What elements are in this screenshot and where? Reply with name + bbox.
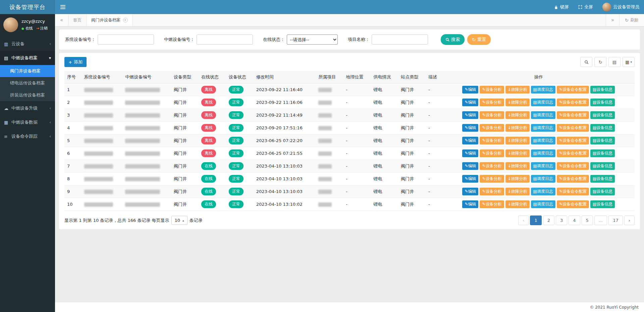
page-button[interactable]: 5 [582,215,593,225]
device-info-button[interactable]: ▤设备信息 [590,188,615,195]
device-command-config-button[interactable]: ✎设备命令配置 [557,200,589,208]
device-command-config-button[interactable]: ✎设备命令配置 [557,111,589,119]
edit-button[interactable]: ✎编辑 [462,149,478,157]
dispatch-log-button[interactable]: ▤调度日志 [531,188,555,195]
gas-device-no-input[interactable] [197,35,253,45]
device-command-config-button[interactable]: ✎设备命令配置 [557,86,589,93]
sidebar-item-lithium-remote-archive[interactable]: 锂电远传设备档案 [0,77,55,89]
sidebar-item-cloud-device[interactable]: ▥ 云设备 ‹ [0,37,55,51]
device-analysis-button[interactable]: ✎设备分析 [480,99,504,106]
search-button[interactable]: 搜索 [441,34,465,45]
page-button[interactable]: 3 [556,215,567,225]
fault-analysis-button[interactable]: ↓故障分析 [505,124,530,132]
device-info-button[interactable]: ▤设备信息 [590,99,615,106]
device-analysis-button[interactable]: ✎设备分析 [480,137,504,144]
device-analysis-button[interactable]: ✎设备分析 [480,188,504,195]
edit-button[interactable]: ✎编辑 [462,162,478,170]
device-info-button[interactable]: ▤设备信息 [590,124,615,132]
edit-button[interactable]: ✎编辑 [462,86,478,93]
device-analysis-button[interactable]: ✎设备分析 [480,124,504,132]
prev-page-button[interactable]: ‹ [518,215,529,225]
online-status-select[interactable]: --请选择-- [287,35,338,45]
dispatch-log-button[interactable]: ▤调度日志 [531,124,555,132]
toggle-search-button[interactable] [580,57,592,67]
edit-button[interactable]: ✎编辑 [462,99,478,106]
sidebar-item-gas-device-archive[interactable]: ▤ 中燃设备档案 ▾ [0,51,55,65]
tab-valve-well-archive[interactable]: 阀门井设备档案 × [87,14,133,26]
device-command-config-button[interactable]: ✎设备命令配置 [557,149,589,157]
edit-button[interactable]: ✎编辑 [462,188,478,195]
tab-close-icon[interactable]: × [123,18,128,22]
device-analysis-button[interactable]: ✎设备分析 [480,162,504,170]
device-info-button[interactable]: ▤设备信息 [590,111,615,119]
device-command-config-button[interactable]: ✎设备命令配置 [557,175,589,183]
project-name-input[interactable] [372,35,428,45]
tabs-scroll-left-button[interactable]: « [55,14,68,26]
sidebar-item-device-data[interactable]: ▦ 中燃设备数据 ‹ [0,115,55,129]
device-command-config-button[interactable]: ✎设备命令配置 [557,162,589,170]
device-analysis-button[interactable]: ✎设备分析 [480,175,504,183]
sidebar-item-valve-well-archive[interactable]: 阀门井设备档案 [0,65,55,77]
device-analysis-button[interactable]: ✎设备分析 [480,86,504,93]
fault-analysis-button[interactable]: ↓故障分析 [505,111,530,119]
device-command-config-button[interactable]: ✎设备命令配置 [557,124,589,132]
page-button[interactable]: ... [594,215,607,225]
fault-analysis-button[interactable]: ↓故障分析 [505,175,530,183]
sys-device-no-input[interactable] [98,35,154,45]
device-info-button[interactable]: ▤设备信息 [590,86,615,93]
dispatch-log-button[interactable]: ▤调度日志 [531,149,555,157]
device-info-button[interactable]: ▤设备信息 [590,137,615,144]
edit-button[interactable]: ✎编辑 [462,124,478,132]
device-command-config-button[interactable]: ✎设备命令配置 [557,137,589,144]
fault-analysis-button[interactable]: ↓故障分析 [505,188,530,195]
page-button[interactable]: 4 [569,215,580,225]
device-info-button[interactable]: ▤设备信息 [590,175,615,183]
edit-button[interactable]: ✎编辑 [462,175,478,183]
tab-home[interactable]: 首页 [68,14,87,26]
next-page-button[interactable]: › [624,215,635,225]
fault-analysis-button[interactable]: ↓故障分析 [505,86,530,93]
edit-button[interactable]: ✎编辑 [462,200,478,208]
device-info-button[interactable]: ▤设备信息 [590,200,615,208]
page-button[interactable]: 2 [543,215,554,225]
tab-refresh-button[interactable]: ↻ 刷新 [619,14,644,26]
tabs-scroll-right-button[interactable]: » [606,14,619,26]
fault-analysis-button[interactable]: ↓故障分析 [505,162,530,170]
device-analysis-button[interactable]: ✎设备分析 [480,111,504,119]
fault-analysis-button[interactable]: ↓故障分析 [505,200,530,208]
dispatch-log-button[interactable]: ▤调度日志 [531,175,555,183]
lock-screen-button[interactable]: 锁屏 [549,0,574,14]
device-analysis-button[interactable]: ✎设备分析 [480,149,504,157]
edit-button[interactable]: ✎编辑 [462,111,478,119]
fullscreen-button[interactable]: 全屏 [574,0,598,14]
fault-analysis-button[interactable]: ↓故障分析 [505,137,530,144]
fault-analysis-button[interactable]: ↓故障分析 [505,149,530,157]
sidebar-item-assembled-remote-archive[interactable]: 拼装远传设备档案 [0,89,55,101]
toggle-view-button[interactable]: ▤ [608,57,621,67]
reset-button[interactable]: ↻ 重置 [467,34,491,45]
device-command-config-button[interactable]: ✎设备命令配置 [557,188,589,195]
logout-link[interactable]: → 注销 [36,26,48,31]
dispatch-log-button[interactable]: ▤调度日志 [531,99,555,106]
sidebar-item-device-upgrade[interactable]: ☁ 中燃设备升级 ‹ [0,101,55,115]
page-button[interactable]: 17 [608,215,623,225]
device-info-button[interactable]: ▤设备信息 [590,162,615,170]
device-command-config-button[interactable]: ✎设备命令配置 [557,99,589,106]
sidebar-toggle-button[interactable] [55,0,70,14]
dispatch-log-button[interactable]: ▤调度日志 [531,111,555,119]
device-info-button[interactable]: ▤设备信息 [590,149,615,157]
dispatch-log-button[interactable]: ▤调度日志 [531,162,555,170]
sidebar-item-command-tracking[interactable]: ≡ 设备命令跟踪 ‹ [0,129,55,143]
fault-analysis-button[interactable]: ↓故障分析 [505,99,530,106]
page-size-dropdown[interactable]: 10 ▴ [171,216,187,225]
edit-button[interactable]: ✎编辑 [462,137,478,144]
device-analysis-button[interactable]: ✎设备分析 [480,200,504,208]
refresh-table-button[interactable]: ↻ [594,57,606,67]
dispatch-log-button[interactable]: ▤调度日志 [531,86,555,93]
dispatch-log-button[interactable]: ▤调度日志 [531,137,555,144]
add-button[interactable]: + 添加 [64,57,87,67]
dispatch-log-button[interactable]: ▤调度日志 [531,200,555,208]
page-button[interactable]: 1 [530,215,541,225]
user-menu-button[interactable]: 云设备管理员 [598,0,644,14]
columns-dropdown-button[interactable]: ▦▾ [623,57,635,67]
